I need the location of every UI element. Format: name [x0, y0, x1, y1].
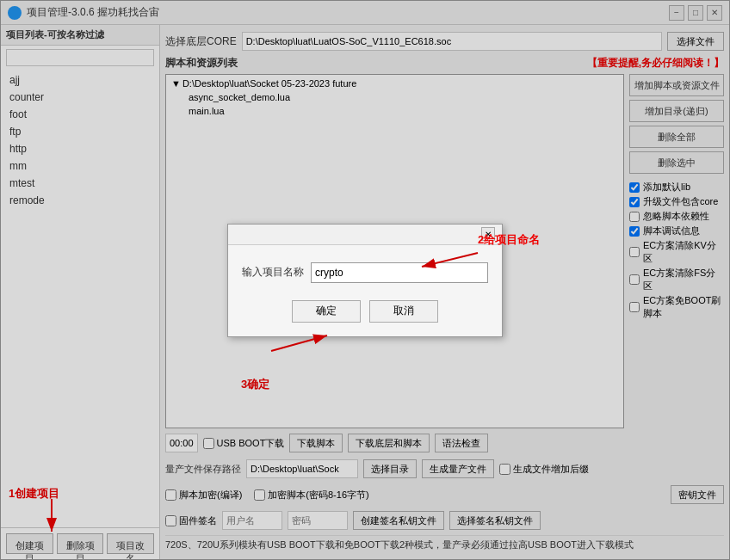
dialog-overlay: ✕ 输入项目名称 确定 取消	[0, 0, 730, 560]
dialog-cancel-button[interactable]: 取消	[369, 300, 438, 323]
dialog-body: 输入项目名称 确定 取消	[228, 245, 502, 336]
dialog-field-row: 输入项目名称	[242, 262, 488, 283]
dialog-titlebar: ✕	[228, 225, 502, 245]
dialog-confirm-button[interactable]: 确定	[292, 300, 361, 323]
dialog-buttons: 确定 取消	[242, 300, 488, 323]
project-name-input[interactable]	[311, 262, 488, 283]
dialog-field-label: 输入项目名称	[242, 265, 304, 280]
dialog-close-button[interactable]: ✕	[481, 227, 495, 241]
project-name-dialog: ✕ 输入项目名称 确定 取消	[227, 224, 503, 337]
